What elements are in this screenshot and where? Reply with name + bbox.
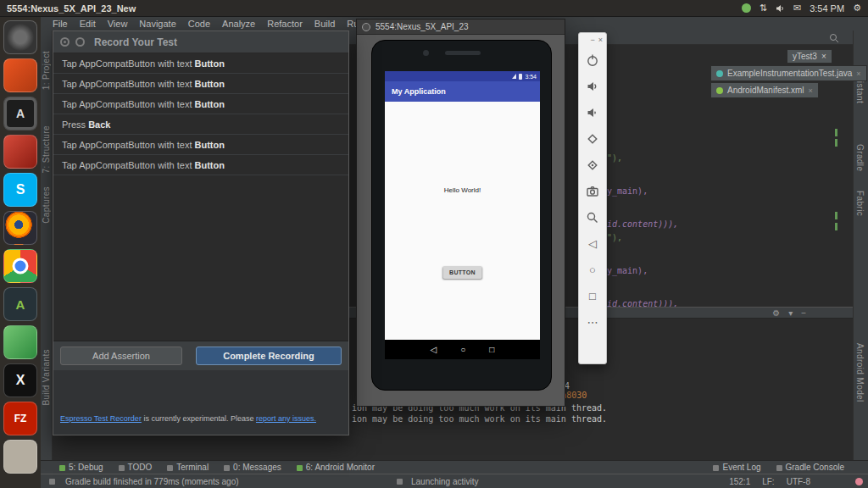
emu-overview-button[interactable]: □: [579, 283, 606, 309]
tab-messages[interactable]: 0: Messages: [224, 463, 281, 472]
menu-refactor[interactable]: Refactor: [267, 19, 303, 29]
todo-icon: [119, 465, 125, 471]
panel-gear-icon[interactable]: ⚙: [772, 308, 780, 318]
encoding-indicator[interactable]: UTF-8: [787, 477, 810, 486]
tab-event-log[interactable]: Event Log: [713, 463, 760, 472]
android-studio-icon[interactable]: A: [3, 287, 37, 321]
device-icon[interactable]: [3, 325, 37, 359]
recorded-action-row[interactable]: Tap AppCompatButton with text Button: [53, 155, 348, 175]
filezilla-icon[interactable]: FZ: [3, 402, 37, 435]
session-indicator-icon[interactable]: [742, 3, 751, 13]
tab-todo[interactable]: TODO: [119, 463, 153, 472]
recorder-icon: [60, 37, 70, 47]
caret-position[interactable]: 152:1: [729, 477, 750, 486]
app-button[interactable]: BUTTON: [442, 266, 482, 279]
drawer-icon[interactable]: [3, 440, 37, 474]
menu-edit[interactable]: Edit: [80, 19, 96, 29]
nav-home-icon[interactable]: ○: [460, 345, 465, 354]
gradle-console-icon: [776, 465, 782, 471]
menu-code[interactable]: Code: [188, 19, 210, 29]
menu-file[interactable]: File: [53, 19, 68, 29]
screenshot-button[interactable]: [579, 178, 606, 204]
close-icon[interactable]: ×: [598, 36, 603, 44]
tool-tab-android-model[interactable]: Android Model: [855, 343, 865, 402]
recorded-actions-list: Tap AppCompatButton with text Button Tap…: [53, 53, 348, 341]
recorded-action-row[interactable]: Tap AppCompatButton with text Button: [53, 135, 348, 155]
line-ending-indicator[interactable]: LF:: [762, 477, 774, 486]
espresso-link[interactable]: Espresso Test Recorder: [60, 414, 142, 423]
android-status-bar: 3:54: [385, 71, 540, 81]
android-clock: 3:54: [525, 74, 537, 80]
emu-home-button[interactable]: ○: [579, 257, 606, 283]
network-icon[interactable]: ⇅: [760, 3, 767, 13]
tool-tab-project[interactable]: 1: Project: [42, 51, 51, 90]
tab-mytest3[interactable]: yTest3 ×: [787, 49, 832, 64]
close-icon[interactable]: ×: [809, 86, 813, 95]
rotate-right-button[interactable]: [579, 152, 606, 178]
action-target: Back: [88, 119, 110, 130]
recorded-action-row[interactable]: Tap AppCompatButton with text Button: [53, 74, 348, 94]
close-icon[interactable]: ×: [821, 52, 826, 61]
tool-tab-structure[interactable]: 7: Structure: [42, 125, 51, 174]
emulator-titlebar[interactable]: 5554:Nexus_5X_API_23: [357, 19, 565, 35]
menu-view[interactable]: View: [108, 19, 128, 29]
action-target: Button: [194, 58, 224, 69]
tool-tab-build-variants[interactable]: Build Variants: [42, 349, 51, 406]
volume-down-button[interactable]: [579, 99, 606, 125]
panel-minimize-icon[interactable]: −: [801, 308, 806, 318]
tab-terminal[interactable]: Terminal: [167, 463, 209, 472]
add-assertion-button[interactable]: Add Assertion: [60, 347, 182, 365]
tab-android-manifest[interactable]: AndroidManifest.xml ×: [710, 82, 819, 98]
dash-home-icon[interactable]: [3, 20, 37, 54]
tool-tab-gradle[interactable]: Gradle: [855, 144, 865, 171]
extended-controls-button[interactable]: ⋯: [579, 309, 606, 336]
bottom-tool-tabs: 5: Debug TODO Terminal 0: Messages 6: An…: [41, 460, 868, 474]
phone-screen[interactable]: 3:54 My Application Hello World! BUTTON …: [385, 71, 540, 359]
toolbar-header: − ×: [579, 33, 606, 47]
complete-recording-button[interactable]: Complete Recording: [196, 347, 342, 365]
minimize-icon[interactable]: −: [590, 36, 594, 44]
dialog-header: Record Your Test: [53, 31, 348, 53]
ubuntu-top-bar: 5554:Nexus_5X_API_23_New ⇅ ✉ 3:54 PM ⚙: [0, 0, 868, 17]
vcs-change-marker: [835, 223, 837, 230]
report-issues-link[interactable]: report any issues.: [256, 414, 316, 423]
skype-icon[interactable]: S: [3, 173, 37, 207]
rotate-left-button[interactable]: [579, 125, 606, 152]
archive-icon[interactable]: A: [3, 97, 37, 130]
zoom-icon: [586, 211, 599, 225]
files-icon[interactable]: [3, 58, 37, 92]
volume-icon[interactable]: [776, 4, 785, 13]
emulator-toolbar: − × ◁ ○ □ ⋯: [578, 32, 607, 364]
chrome-icon[interactable]: [3, 249, 37, 283]
search-icon[interactable]: [829, 33, 839, 43]
menu-navigate[interactable]: Navigate: [139, 19, 175, 29]
volume-up-button[interactable]: [579, 73, 606, 99]
nav-back-icon[interactable]: ◁: [431, 345, 437, 354]
nav-overview-icon[interactable]: □: [489, 345, 494, 354]
memory-indicator[interactable]: [855, 478, 863, 485]
emu-back-button[interactable]: ◁: [579, 230, 606, 257]
tool-tab-captures[interactable]: Captures: [42, 186, 51, 224]
unity-launcher: A S A X FZ: [0, 17, 41, 488]
xterm-icon[interactable]: X: [3, 363, 37, 397]
clock[interactable]: 3:54 PM: [810, 3, 844, 14]
tab-android-monitor[interactable]: 6: Android Monitor: [297, 463, 375, 472]
tab-gradle-console[interactable]: Gradle Console: [776, 463, 844, 472]
tool-tab-fabric[interactable]: Fabric: [855, 191, 865, 216]
power-button[interactable]: [579, 47, 606, 73]
firefox-icon[interactable]: [3, 211, 37, 245]
settings-icon[interactable]: [3, 135, 37, 169]
recorded-action-row[interactable]: Tap AppCompatButton with text Button: [53, 53, 348, 74]
menu-analyze[interactable]: Analyze: [222, 19, 255, 29]
panel-collapse-icon[interactable]: ▾: [788, 308, 793, 318]
active-window-title: 5554:Nexus_5X_API_23_New: [7, 3, 136, 14]
tab-example-instrumentation-test[interactable]: ExampleInstrumentationTest.java ×: [710, 65, 867, 81]
menu-build[interactable]: Build: [314, 19, 335, 29]
session-gear-icon[interactable]: ⚙: [853, 3, 861, 13]
tab-debug[interactable]: 5: Debug: [59, 463, 103, 472]
recorded-action-row[interactable]: Press Back: [53, 114, 348, 135]
mail-icon[interactable]: ✉: [793, 3, 801, 13]
close-icon[interactable]: ×: [856, 69, 860, 78]
recorded-action-row[interactable]: Tap AppCompatButton with text Button: [53, 94, 348, 114]
zoom-button[interactable]: [579, 204, 606, 230]
